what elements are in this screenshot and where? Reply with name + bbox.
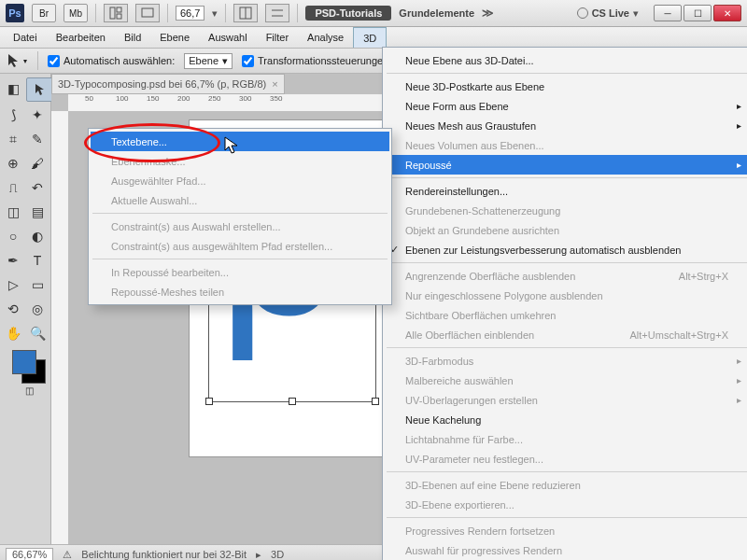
transform-handle[interactable] <box>289 398 296 405</box>
tool-pen[interactable]: ✒ <box>2 249 24 272</box>
tool-healing[interactable]: ⊕ <box>2 152 24 175</box>
mi-repousse[interactable]: Repoussé▸ <box>385 155 747 175</box>
document-tab[interactable]: 3D-Typocomposing.psd bei 66,7% (p, RGB/8… <box>51 74 285 94</box>
arrange-documents-button[interactable] <box>104 4 128 22</box>
tool-3d-camera[interactable]: ◎ <box>26 298 49 320</box>
menu-analyse[interactable]: Analyse <box>298 27 353 48</box>
mi-alle-einblenden[interactable]: Alle Oberflächen einblendenAlt+Umschalt+… <box>385 325 747 344</box>
svg-rect-2 <box>117 14 121 19</box>
transform-controls-checkbox[interactable]: Transformationssteuerunge <box>242 55 383 67</box>
current-tool-icon[interactable]: ▾ <box>6 51 28 70</box>
mi-3d-ebene-exportieren[interactable]: 3D-Ebene exportieren... <box>385 495 747 514</box>
titlebar: Ps Br Mb 66,7▾ PSD-Tutorials Grundelemen… <box>0 0 747 27</box>
mi-neue-3d-postkarte[interactable]: Neue 3D-Postkarte aus Ebene <box>385 77 747 96</box>
menu-repousse-submenu: Textebene... Ebenenmaske... Ausgewählter… <box>88 128 392 305</box>
mi-progressives-fortsetzen[interactable]: Progressives Rendern fortsetzen <box>385 521 747 540</box>
mi-angrenzende-ausblenden[interactable]: Angrenzende Oberfläche ausblendenAlt+Str… <box>385 266 747 286</box>
auto-select-target-dropdown[interactable]: Ebene▾ <box>184 53 233 69</box>
tool-magic-wand[interactable]: ✦ <box>26 104 49 126</box>
screen-mode-button[interactable] <box>135 4 160 22</box>
mi-polygone-ausblenden[interactable]: Nur eingeschlossene Polygone ausblenden <box>385 286 747 305</box>
svg-rect-1 <box>117 7 121 12</box>
tool-marquee[interactable]: ◧ <box>2 77 24 100</box>
zoom-level-field[interactable]: 66,7 <box>176 6 204 21</box>
mi-in-repousse-bearbeiten[interactable]: In Repoussé bearbeiten... <box>91 262 389 282</box>
svg-rect-3 <box>142 8 153 17</box>
menu-auswahl[interactable]: Auswahl <box>199 27 257 48</box>
tool-path-select[interactable]: ▷ <box>2 273 24 296</box>
quick-mask-toggle[interactable]: ◫ <box>25 385 34 396</box>
mi-schattenerzeugung[interactable]: Grundebenen-Schattenerzeugung <box>385 201 747 220</box>
guides-button[interactable] <box>265 4 289 22</box>
tool-eyedropper[interactable]: ✎ <box>26 128 49 150</box>
mi-neue-ebene-aus-3d-datei[interactable]: Neue Ebene aus 3D-Datei... <box>385 50 747 70</box>
tool-blur[interactable]: ○ <box>2 225 24 247</box>
tool-brush[interactable]: 🖌 <box>26 152 49 175</box>
foreground-color-swatch[interactable] <box>12 350 36 374</box>
tool-eraser[interactable]: ◫ <box>2 201 24 223</box>
mi-repousse-meshes-teilen[interactable]: Repoussé-Meshes teilen <box>91 282 389 301</box>
transform-handle[interactable] <box>372 398 379 405</box>
mi-auto-ausblenden[interactable]: ✓Ebenen zur Leistungsverbesserung automa… <box>385 240 747 259</box>
mi-neues-mesh[interactable]: Neues Mesh aus Graustufen▸ <box>385 116 747 135</box>
mi-uv-erstellen[interactable]: UV-Überlagerungen erstellen▸ <box>385 390 747 410</box>
status-warning-icon: ⚠ <box>63 549 72 561</box>
svg-rect-0 <box>110 7 115 19</box>
bridge-button[interactable]: Br <box>32 4 56 22</box>
tool-type[interactable]: T <box>26 249 49 272</box>
mi-lichtabnahme[interactable]: Lichtabnahme für Farbe... <box>385 429 747 449</box>
status-message: Belichtung funktioniert nur bei 32-Bit <box>81 549 247 560</box>
mi-aktuelle-auswahl[interactable]: Aktuelle Auswahl... <box>91 190 389 210</box>
mi-uv-parameter[interactable]: UV-Parameter neu festlegen... <box>385 449 747 469</box>
extras-button[interactable] <box>233 4 258 22</box>
tool-stamp[interactable]: ⎍ <box>2 176 24 199</box>
minibridge-button[interactable]: Mb <box>63 4 88 22</box>
tool-history-brush[interactable]: ↶ <box>26 176 49 199</box>
cs-live-button[interactable]: CS Live▾ <box>577 7 639 20</box>
workspace-grundelemente[interactable]: Grundelemente <box>399 7 474 19</box>
menu-ebene[interactable]: Ebene <box>150 27 199 48</box>
tool-3d-rotate[interactable]: ⟲ <box>2 298 24 320</box>
workspace-psd-tutorials[interactable]: PSD-Tutorials <box>305 6 391 21</box>
mi-neues-volumen[interactable]: Neues Volumen aus Ebenen... <box>385 135 747 155</box>
tool-rectangle[interactable]: ▭ <box>26 273 49 296</box>
auto-select-label: Automatisch auswählen: <box>63 55 175 66</box>
mi-ausrichten[interactable]: Objekt an Grundebene ausrichten <box>385 220 747 240</box>
color-swatches[interactable] <box>12 350 46 384</box>
menu-3d[interactable]: 3D <box>353 27 387 48</box>
close-tab-icon[interactable]: × <box>272 78 277 90</box>
workspace-more-button[interactable]: ≫ <box>482 7 494 20</box>
status-zoom[interactable]: 66,67% <box>6 548 53 560</box>
menu-3d-dropdown: Neue Ebene aus 3D-Datei... Neue 3D-Postk… <box>382 47 747 560</box>
window-close-button[interactable]: ✕ <box>713 5 741 21</box>
mi-3d-ebenen-reduzieren[interactable]: 3D-Ebenen auf eine Ebene reduzieren <box>385 475 747 495</box>
tool-dodge[interactable]: ◐ <box>26 225 49 247</box>
window-minimize-button[interactable]: ─ <box>654 5 682 21</box>
tool-crop[interactable]: ⌗ <box>2 128 24 150</box>
menu-bild[interactable]: Bild <box>115 27 150 48</box>
mi-rendereinstellungen[interactable]: Rendereinstellungen... <box>385 181 747 201</box>
mi-progressives-auswahl[interactable]: Auswahl für progressives Rendern <box>385 540 747 560</box>
menu-datei[interactable]: Datei <box>4 27 47 48</box>
tool-lasso[interactable]: ⟆ <box>2 104 24 126</box>
vertical-ruler <box>51 111 69 544</box>
auto-select-checkbox[interactable]: Automatisch auswählen: <box>48 55 175 67</box>
mi-3d-farbmodus[interactable]: 3D-Farbmodus▸ <box>385 351 747 371</box>
mi-neue-kachelung[interactable]: Neue Kachelung <box>385 410 747 429</box>
mi-textebene[interactable]: Textebene... <box>91 132 389 151</box>
mi-malbereiche[interactable]: Malbereiche auswählen▸ <box>385 371 747 390</box>
mi-oberflaechen-umkehren[interactable]: Sichtbare Oberflächen umkehren <box>385 305 747 325</box>
mi-constraints-pfad[interactable]: Constraint(s) aus ausgewähltem Pfad erst… <box>91 236 389 256</box>
transform-handle[interactable] <box>205 398 213 405</box>
mi-ebenenmaske[interactable]: Ebenenmaske... <box>91 151 389 171</box>
mi-constraints-auswahl[interactable]: Constraint(s) aus Auswahl erstellen... <box>91 217 389 236</box>
mi-ausgewaehlter-pfad[interactable]: Ausgewählter Pfad... <box>91 171 389 190</box>
tool-hand[interactable]: ✋ <box>2 322 24 344</box>
window-maximize-button[interactable]: ☐ <box>684 5 712 21</box>
photoshop-logo: Ps <box>6 4 24 22</box>
menu-bearbeiten[interactable]: Bearbeiten <box>47 27 115 48</box>
mi-neue-form[interactable]: Neue Form aus Ebene▸ <box>385 96 747 116</box>
tool-zoom[interactable]: 🔍 <box>26 322 49 344</box>
menu-filter[interactable]: Filter <box>257 27 298 48</box>
tool-gradient[interactable]: ▤ <box>26 201 49 223</box>
